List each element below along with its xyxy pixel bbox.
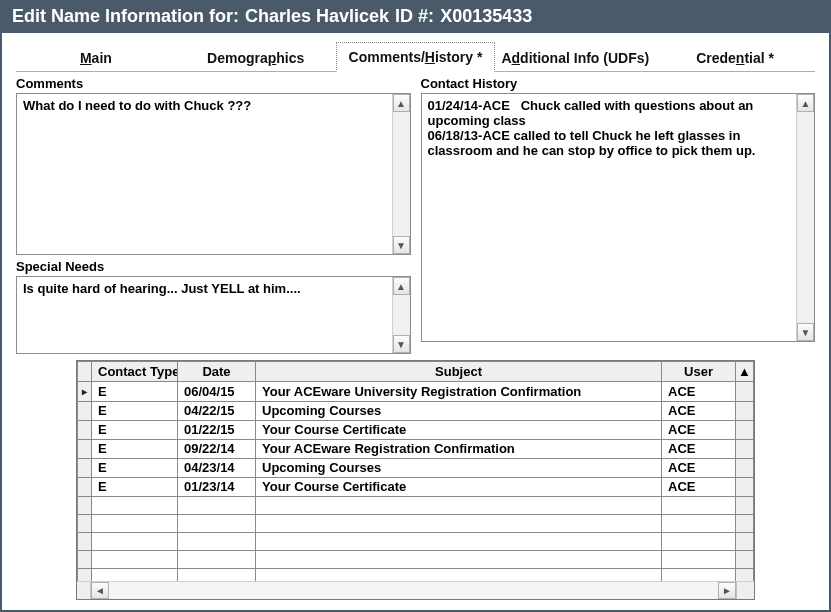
cell-contact-type[interactable]: E bbox=[92, 402, 178, 421]
scroll-down-icon[interactable]: ▼ bbox=[393, 236, 410, 254]
cell-user[interactable]: ACE bbox=[662, 440, 736, 459]
left-column: Comments What do I need to do with Chuck… bbox=[16, 76, 411, 354]
comments-textarea[interactable]: What do I need to do with Chuck ??? ▲ ▼ bbox=[16, 93, 411, 255]
cell-date[interactable]: 01/22/15 bbox=[178, 421, 256, 440]
title-id-label: ID #: bbox=[395, 6, 434, 27]
hscroll-corner bbox=[77, 582, 91, 599]
cell-date[interactable]: 06/04/15 bbox=[178, 382, 256, 402]
hscroll-corner2 bbox=[736, 582, 754, 599]
cell-user[interactable]: ACE bbox=[662, 478, 736, 497]
contact-grid-panel: Contact Type Date Subject User ▲ E06/04/… bbox=[76, 360, 755, 600]
title-prefix: Edit Name Information for: bbox=[12, 6, 239, 27]
row-selector[interactable] bbox=[78, 382, 92, 402]
row-selector[interactable] bbox=[78, 421, 92, 440]
title-id-value: X00135433 bbox=[440, 6, 532, 27]
grid-vscroll-cell[interactable] bbox=[736, 440, 754, 459]
scroll-down-icon[interactable]: ▼ bbox=[393, 335, 410, 353]
col-subject[interactable]: Subject bbox=[256, 362, 662, 382]
cell-subject[interactable]: Upcoming Courses bbox=[256, 459, 662, 478]
cell-user[interactable]: ACE bbox=[662, 459, 736, 478]
grid-vscroll-head[interactable]: ▲ bbox=[736, 362, 754, 382]
row-selector[interactable] bbox=[78, 459, 92, 478]
cell-date[interactable]: 01/23/14 bbox=[178, 478, 256, 497]
table-row[interactable]: E06/04/15Your ACEware University Registr… bbox=[78, 382, 754, 402]
table-row-empty bbox=[78, 515, 754, 533]
row-selector bbox=[78, 551, 92, 569]
special-needs-textarea[interactable]: Is quite hard of hearing... Just YELL at… bbox=[16, 276, 411, 354]
col-contact-type[interactable]: Contact Type bbox=[92, 362, 178, 382]
cell-contact-type[interactable]: E bbox=[92, 421, 178, 440]
row-selector[interactable] bbox=[78, 478, 92, 497]
tab-0[interactable]: Main bbox=[16, 43, 176, 72]
cell-date[interactable]: 09/22/14 bbox=[178, 440, 256, 459]
cell-contact-type[interactable]: E bbox=[92, 440, 178, 459]
grid-vscroll-cell[interactable] bbox=[736, 459, 754, 478]
grid-vscroll-cell[interactable] bbox=[736, 421, 754, 440]
tab-4[interactable]: Credential * bbox=[655, 43, 815, 72]
tabbar: MainDemographicsComments/History *Additi… bbox=[2, 33, 829, 71]
table-row-empty bbox=[78, 533, 754, 551]
tab-content: Comments What do I need to do with Chuck… bbox=[2, 72, 829, 610]
titlebar: Edit Name Information for: Charles Havli… bbox=[2, 2, 829, 33]
cell-user[interactable]: ACE bbox=[662, 421, 736, 440]
cell-subject[interactable]: Upcoming Courses bbox=[256, 402, 662, 421]
comments-label: Comments bbox=[16, 76, 411, 91]
row-selector bbox=[78, 533, 92, 551]
scroll-down-icon[interactable]: ▼ bbox=[797, 323, 814, 341]
comments-text: What do I need to do with Chuck ??? bbox=[23, 98, 251, 113]
row-selector[interactable] bbox=[78, 440, 92, 459]
col-date[interactable]: Date bbox=[178, 362, 256, 382]
scroll-up-icon[interactable]: ▲ bbox=[393, 277, 410, 295]
grid-vscroll-cell[interactable] bbox=[736, 478, 754, 497]
scroll-left-icon[interactable]: ◄ bbox=[91, 582, 109, 599]
cell-contact-type[interactable]: E bbox=[92, 382, 178, 402]
col-user[interactable]: User bbox=[662, 362, 736, 382]
table-row-empty bbox=[78, 551, 754, 569]
contact-history-textarea[interactable]: 01/24/14-ACE Chuck called with questions… bbox=[421, 93, 816, 342]
contact-grid[interactable]: Contact Type Date Subject User ▲ E06/04/… bbox=[77, 361, 754, 581]
cell-user[interactable]: ACE bbox=[662, 382, 736, 402]
special-needs-label: Special Needs bbox=[16, 259, 411, 274]
row-selector bbox=[78, 569, 92, 582]
table-row-empty bbox=[78, 569, 754, 582]
comments-scrollbar[interactable]: ▲ ▼ bbox=[392, 94, 410, 254]
cell-subject[interactable]: Your Course Certificate bbox=[256, 478, 662, 497]
grid-header-row: Contact Type Date Subject User ▲ bbox=[78, 362, 754, 382]
cell-subject[interactable]: Your ACEware University Registration Con… bbox=[256, 382, 662, 402]
grid-hscrollbar[interactable]: ◄ ► bbox=[77, 581, 754, 599]
table-row[interactable]: E04/22/15Upcoming CoursesACE bbox=[78, 402, 754, 421]
cell-subject[interactable]: Your ACEware Registration Confirmation bbox=[256, 440, 662, 459]
grid-vscroll-cell[interactable] bbox=[736, 382, 754, 402]
tab-1[interactable]: Demographics bbox=[176, 43, 336, 72]
table-row[interactable]: E09/22/14Your ACEware Registration Confi… bbox=[78, 440, 754, 459]
special-needs-group: Special Needs Is quite hard of hearing..… bbox=[16, 259, 411, 354]
contact-history-label: Contact History bbox=[421, 76, 816, 91]
scroll-up-icon[interactable]: ▲ bbox=[393, 94, 410, 112]
table-row[interactable]: E04/23/14Upcoming CoursesACE bbox=[78, 459, 754, 478]
tab-2[interactable]: Comments/History * bbox=[336, 42, 496, 72]
scroll-right-icon[interactable]: ► bbox=[718, 582, 736, 599]
grid-vscroll-cell[interactable] bbox=[736, 402, 754, 421]
top-row: Comments What do I need to do with Chuck… bbox=[16, 76, 815, 354]
cell-user[interactable]: ACE bbox=[662, 402, 736, 421]
table-row[interactable]: E01/23/14Your Course CertificateACE bbox=[78, 478, 754, 497]
row-selector bbox=[78, 497, 92, 515]
right-column: Contact History 01/24/14-ACE Chuck calle… bbox=[421, 76, 816, 354]
cell-date[interactable]: 04/23/14 bbox=[178, 459, 256, 478]
special-scrollbar[interactable]: ▲ ▼ bbox=[392, 277, 410, 353]
title-name: Charles Havlicek bbox=[245, 6, 389, 27]
table-row[interactable]: E01/22/15Your Course CertificateACE bbox=[78, 421, 754, 440]
contact-history-text: 01/24/14-ACE Chuck called with questions… bbox=[428, 98, 757, 158]
scroll-up-icon[interactable]: ▲ bbox=[797, 94, 814, 112]
cell-contact-type[interactable]: E bbox=[92, 478, 178, 497]
contact-history-scrollbar[interactable]: ▲ ▼ bbox=[796, 94, 814, 341]
row-selector bbox=[78, 515, 92, 533]
special-needs-text: Is quite hard of hearing... Just YELL at… bbox=[23, 281, 301, 296]
cell-subject[interactable]: Your Course Certificate bbox=[256, 421, 662, 440]
tab-3[interactable]: Additional Info (UDFs) bbox=[495, 43, 655, 72]
row-header-blank bbox=[78, 362, 92, 382]
cell-contact-type[interactable]: E bbox=[92, 459, 178, 478]
hscroll-track[interactable] bbox=[109, 582, 718, 599]
cell-date[interactable]: 04/22/15 bbox=[178, 402, 256, 421]
row-selector[interactable] bbox=[78, 402, 92, 421]
